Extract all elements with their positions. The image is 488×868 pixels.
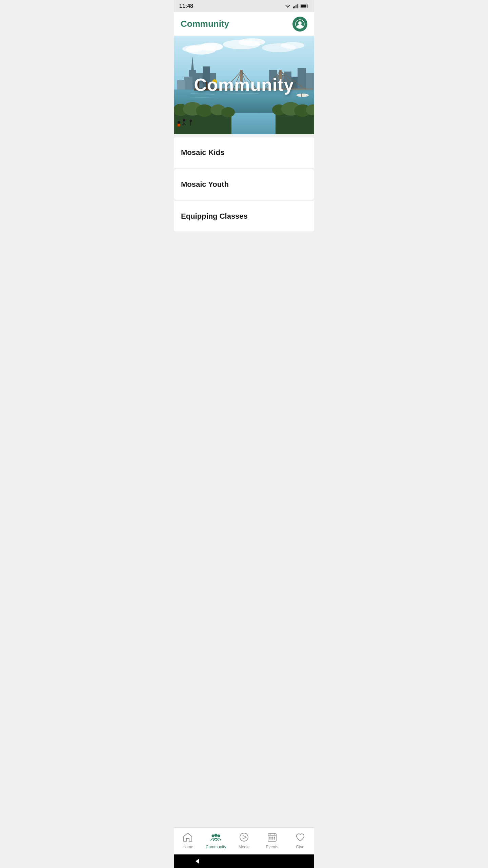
svg-point-54 (196, 104, 213, 117)
svg-point-56 (221, 107, 235, 117)
content-list: Mosaic Kids Mosaic Youth Equipping Class… (174, 137, 314, 232)
svg-rect-29 (306, 73, 314, 90)
svg-point-70 (297, 94, 309, 97)
svg-rect-4 (298, 4, 299, 8)
svg-rect-2 (296, 5, 296, 8)
svg-rect-28 (298, 68, 306, 90)
svg-rect-3 (297, 4, 298, 8)
svg-point-8 (298, 21, 302, 25)
svg-point-11 (199, 43, 223, 51)
hero-image-text: Community (194, 75, 294, 95)
svg-point-16 (281, 42, 304, 49)
wifi-icon (284, 4, 291, 8)
profile-icon (295, 19, 305, 29)
svg-rect-69 (178, 124, 180, 126)
svg-rect-19 (184, 77, 192, 90)
svg-rect-0 (293, 7, 294, 8)
svg-rect-23 (177, 80, 185, 90)
list-item-title-equipping-classes: Equipping Classes (181, 212, 248, 221)
empty-space (174, 233, 314, 273)
app-header: Community (174, 12, 314, 36)
list-item-mosaic-youth[interactable]: Mosaic Youth (174, 169, 314, 200)
profile-button[interactable] (292, 17, 307, 32)
battery-icon (301, 4, 309, 8)
header-title: Community (181, 19, 229, 29)
signal-icon (293, 4, 299, 8)
list-item-title-mosaic-youth: Mosaic Youth (181, 180, 229, 189)
svg-point-14 (238, 38, 265, 46)
list-item-equipping-classes[interactable]: Equipping Classes (174, 201, 314, 232)
hero-section: Community (174, 36, 314, 134)
status-icons (284, 4, 309, 8)
status-time: 11:48 (179, 3, 193, 9)
list-item-mosaic-kids[interactable]: Mosaic Kids (174, 137, 314, 168)
list-item-title-mosaic-kids: Mosaic Kids (181, 148, 224, 157)
svg-rect-1 (294, 6, 295, 8)
status-bar: 11:48 (174, 0, 314, 12)
svg-point-68 (178, 121, 180, 124)
svg-point-66 (190, 120, 192, 122)
svg-point-62 (183, 119, 185, 121)
svg-point-12 (182, 45, 203, 52)
svg-rect-6 (301, 5, 306, 8)
svg-rect-71 (301, 94, 302, 97)
